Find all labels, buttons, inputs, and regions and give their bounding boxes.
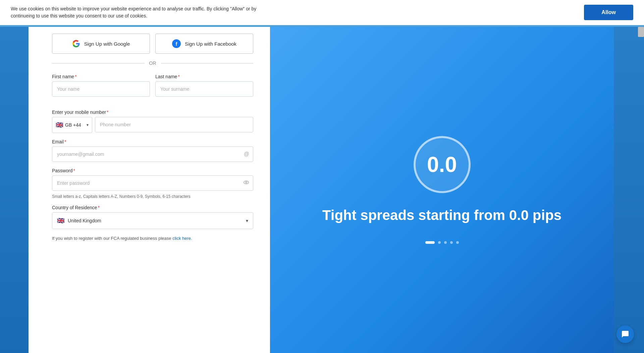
or-divider: OR (52, 60, 253, 66)
phone-input-wrap (95, 117, 253, 133)
or-line-left (52, 63, 145, 63)
fca-text: If you wish to register with our FCA reg… (52, 235, 253, 242)
left-strip (0, 27, 29, 353)
password-input[interactable] (52, 175, 253, 191)
svg-point-1 (246, 182, 247, 183)
password-label: Password* (52, 168, 253, 173)
dot-4 (450, 241, 453, 244)
google-icon (72, 40, 80, 48)
first-name-label: First name* (52, 74, 150, 79)
password-eye-icon[interactable] (243, 179, 249, 187)
last-name-input[interactable] (155, 81, 253, 97)
password-group: Password* Small letters a-z, Capitals le… (52, 168, 253, 199)
email-input-wrap: @ (52, 146, 253, 162)
or-text: OR (149, 60, 156, 66)
spread-value: 0.0 (427, 152, 457, 177)
allow-button[interactable]: Allow (584, 5, 633, 20)
chat-icon (621, 330, 629, 338)
dot-3 (444, 241, 447, 244)
cookie-banner: We use cookies on this website to improv… (0, 0, 644, 25)
country-code-text: GB +44 (65, 122, 81, 128)
social-buttons: Sign Up with Google f Sign Up with Faceb… (52, 34, 253, 54)
country-code-selector[interactable]: 🇬🇧 GB +44 ▾ (52, 117, 92, 133)
country-chevron-icon: ▾ (246, 218, 248, 223)
password-input-wrap (52, 175, 253, 191)
country-group: Country of Residence* 🇬🇧 United Kingdom … (52, 205, 253, 229)
right-panel: 0.0 Tight spreads starting from 0.0 pips (270, 27, 614, 353)
phone-row: 🇬🇧 GB +44 ▾ (52, 117, 253, 133)
country-dropdown[interactable]: 🇬🇧 United Kingdom ▾ (52, 212, 253, 229)
email-at-icon: @ (244, 151, 249, 157)
facebook-signup-label: Sign Up with Facebook (185, 41, 236, 47)
main-layout: Sign Up with Google f Sign Up with Faceb… (0, 27, 644, 353)
cookie-text: We use cookies on this website to improv… (11, 5, 279, 19)
password-hint: Small letters a-z, Capitals letters A-Z,… (52, 194, 253, 199)
svg-point-0 (244, 181, 249, 184)
mobile-group: Enter your mobile number* 🇬🇧 GB +44 ▾ (52, 109, 253, 133)
dots-indicator (425, 241, 459, 244)
dot-2 (438, 241, 441, 244)
form-panel: Sign Up with Google f Sign Up with Faceb… (29, 27, 270, 353)
country-label: Country of Residence* (52, 205, 253, 210)
mobile-label: Enter your mobile number* (52, 109, 253, 115)
or-line-right (161, 63, 254, 63)
gb-flag: 🇬🇧 (56, 121, 63, 129)
fca-link[interactable]: click here. (172, 236, 192, 241)
scrollbar[interactable] (638, 27, 644, 37)
first-name-input[interactable] (52, 81, 150, 97)
promo-headline: Tight spreads starting from 0.0 pips (322, 207, 561, 224)
dot-1 (425, 241, 435, 244)
dot-5 (456, 241, 459, 244)
facebook-icon: f (172, 39, 181, 48)
phone-input[interactable] (95, 117, 253, 132)
name-row: First name* Last name* (52, 74, 253, 103)
email-input[interactable] (52, 146, 253, 162)
country-value: United Kingdom (68, 218, 101, 223)
country-code-chevron-icon: ▾ (87, 123, 89, 127)
google-signup-label: Sign Up with Google (84, 41, 130, 47)
email-label: Email* (52, 139, 253, 144)
uk-flag: 🇬🇧 (57, 217, 64, 224)
google-signup-button[interactable]: Sign Up with Google (52, 34, 150, 54)
far-right-strip (614, 27, 644, 353)
first-name-group: First name* (52, 74, 150, 97)
spread-circle: 0.0 (414, 136, 471, 193)
last-name-group: Last name* (155, 74, 253, 97)
last-name-label: Last name* (155, 74, 253, 79)
chat-button[interactable] (616, 325, 634, 343)
email-group: Email* @ (52, 139, 253, 162)
facebook-signup-button[interactable]: f Sign Up with Facebook (155, 34, 253, 54)
